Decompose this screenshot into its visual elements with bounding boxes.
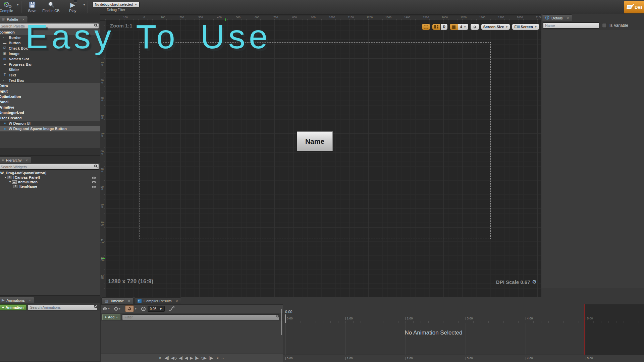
play-dropdown-caret[interactable]: ▼ <box>83 3 86 6</box>
timeline-icon: ▤ <box>105 299 108 303</box>
play-label: Play <box>69 9 76 13</box>
palette-group-header[interactable]: Uncategorized <box>0 110 100 115</box>
view-options-button[interactable]: ▼ <box>103 307 110 310</box>
hierarchy-search-row <box>0 163 100 170</box>
curve-editor-button[interactable] <box>169 306 174 311</box>
palette-item[interactable]: ⊞Named Slot <box>0 56 100 62</box>
grid-snap-toggle[interactable]: ▦ <box>449 23 458 30</box>
time-snap-button[interactable] <box>141 307 146 311</box>
transport-button-icon[interactable]: ◀ <box>185 356 187 360</box>
plus-icon: + <box>105 315 107 319</box>
close-icon[interactable]: × <box>176 299 178 303</box>
close-icon[interactable]: × <box>567 16 569 20</box>
tab-timeline[interactable]: ▤ Timeline × <box>101 297 133 304</box>
palette-group-header[interactable]: Panel <box>0 99 100 105</box>
playhead-marker[interactable] <box>285 314 286 323</box>
tab-palette[interactable]: ⊞ Palette × <box>0 16 28 22</box>
designer-toolbar: R ▦ 4▼ Screen Size▼ Fill Screen▼ <box>422 23 539 30</box>
design-viewport[interactable]: Zoom 1:1 Name 1280 x 720 (16:9) DPI Scal… <box>105 21 541 297</box>
tab-details[interactable]: ⓘ Details × <box>542 14 572 21</box>
grid-snap-value-dropdown[interactable]: 4▼ <box>458 23 469 30</box>
clock-icon <box>141 307 146 311</box>
screen-size-dropdown[interactable]: Screen Size▼ <box>481 23 511 30</box>
track-filter-input[interactable] <box>122 314 279 320</box>
widget-type-icon: ▬ <box>2 40 7 46</box>
palette-group-header[interactable]: Optimization <box>0 94 100 99</box>
layout-mode-button[interactable] <box>432 23 440 30</box>
expander-arrow-icon[interactable]: ▾ <box>8 180 12 183</box>
debug-object-dropdown[interactable]: No debug object selected ▼ <box>93 2 140 7</box>
eye-icon <box>103 307 107 310</box>
palette-item-label: Progress Bar <box>9 62 32 67</box>
localization-preview-button[interactable] <box>470 23 479 30</box>
designer-label: Des <box>635 5 643 10</box>
palette-group-header[interactable]: Input <box>0 88 100 94</box>
timeline-scrollbar[interactable] <box>281 309 282 335</box>
rotation-mode-button[interactable]: R <box>440 23 448 30</box>
timeline-ruler-bottom[interactable]: 0.001.002.003.004.005.00 <box>283 355 644 362</box>
palette-item[interactable]: ■W Drag and Spawn Image Button <box>0 126 100 131</box>
transport-button-icon[interactable]: ⇥ <box>215 356 218 360</box>
keyframe-options-button[interactable]: ▼ <box>114 307 121 310</box>
close-icon[interactable]: × <box>22 17 24 21</box>
compile-dropdown-caret[interactable]: ▼ <box>16 3 19 6</box>
snapping-toggle[interactable]: ▼ <box>125 305 137 312</box>
chevron-down-icon: ▼ <box>464 26 466 28</box>
widget-name-input[interactable] <box>543 22 599 28</box>
hierarchy-search-input[interactable] <box>0 164 99 170</box>
tab-compiler-results[interactable]: >_ Compiler Results × <box>134 297 181 304</box>
transport-button-icon[interactable]: ◀|| <box>164 356 168 360</box>
visibility-eye-icon[interactable] <box>92 186 96 188</box>
search-glass-icon <box>48 1 54 9</box>
tree-row[interactable]: [W_DragAndSpawnButton] <box>0 171 100 175</box>
tree-row[interactable]: TItemName <box>0 184 100 189</box>
palette-group-header[interactable]: Primitive <box>0 105 100 110</box>
visibility-eye-icon[interactable] <box>92 177 96 179</box>
palette-group-header[interactable]: User Created <box>0 115 100 121</box>
transport-button-icon[interactable]: → <box>221 356 224 360</box>
transport-button-icon[interactable]: ◇▶ <box>201 356 206 360</box>
transport-button-icon[interactable]: ▶ <box>190 356 193 360</box>
gear-icon[interactable]: ⚙ <box>532 279 537 285</box>
save-button[interactable]: Save <box>23 0 42 14</box>
palette-item[interactable]: ▰Progress Bar <box>0 62 100 67</box>
palette-item[interactable]: ▭Text Box <box>0 78 100 83</box>
close-icon[interactable]: × <box>128 299 130 303</box>
designer-mode-button[interactable]: Des <box>624 1 644 13</box>
snap-interval-dropdown[interactable]: 0.05 ▼ <box>148 306 165 312</box>
ruler-tick-label: 700 <box>273 16 278 19</box>
transport-button-icon[interactable]: |▶ <box>195 356 198 360</box>
toggle-outline-button[interactable] <box>422 23 430 30</box>
compile-button[interactable]: ⚙⚙✓ Compile <box>0 0 16 14</box>
transport-button-icon[interactable]: ⇤ <box>159 356 162 360</box>
add-track-button[interactable]: + Add ▼ <box>102 314 120 320</box>
item-button-widget[interactable]: Name <box>297 131 333 151</box>
timeline-tick-label: 3.00 <box>466 317 473 320</box>
transport-button-icon[interactable]: ◀◇ <box>171 356 176 360</box>
tab-hierarchy[interactable]: ≡ Hierarchy × <box>0 157 31 163</box>
visibility-eye-icon[interactable] <box>92 181 96 183</box>
palette-tab-label: Palette <box>7 17 18 21</box>
palette-item[interactable]: ■W Demon UI <box>0 121 100 126</box>
expander-arrow-icon[interactable]: ▾ <box>4 176 7 179</box>
fill-screen-dropdown[interactable]: Fill Screen▼ <box>512 23 539 30</box>
find-in-cb-button[interactable]: Find in CB <box>42 0 60 14</box>
timeline-track-area[interactable]: 0.00 0.001.002.003.004.005.00 No Animati… <box>283 304 644 362</box>
timeline-tick-label: 0.00 <box>285 317 293 320</box>
ruler-tick-label: 1800 <box>479 16 485 19</box>
close-icon[interactable]: × <box>29 298 31 302</box>
tab-animations[interactable]: ▶ Animations × <box>0 297 34 303</box>
transport-button-icon[interactable]: ||▶ <box>209 356 213 360</box>
tree-row[interactable]: ▾⊞[Canvas Panel] <box>0 175 100 180</box>
palette-group-header[interactable]: Extra <box>0 83 100 88</box>
close-icon[interactable]: × <box>26 158 28 162</box>
add-animation-button[interactable]: + Animation <box>0 304 26 310</box>
toolbar-separator <box>112 306 112 312</box>
palette-item[interactable]: TText <box>0 72 100 78</box>
is-variable-checkbox[interactable] <box>602 23 607 28</box>
animations-search-input[interactable] <box>28 305 97 310</box>
tree-row[interactable]: ▾▬ItemButton <box>0 180 100 184</box>
palette-item[interactable]: –Slider <box>0 67 100 72</box>
play-button[interactable]: ▶ Play <box>63 0 82 14</box>
transport-button-icon[interactable]: ◀| <box>179 356 182 360</box>
